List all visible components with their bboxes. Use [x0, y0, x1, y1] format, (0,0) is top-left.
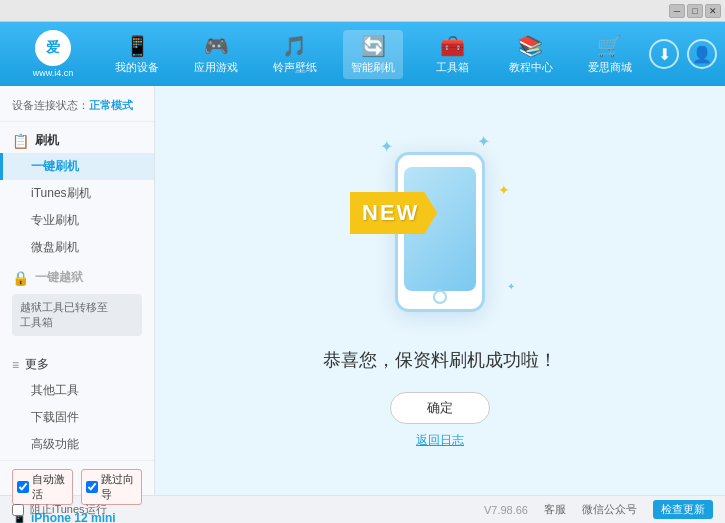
jailbreak-label: 一键越狱 [35, 269, 83, 286]
nav-smart-flash[interactable]: 🔄 智能刷机 [343, 30, 403, 79]
nav-ringtones[interactable]: 🎵 铃声壁纸 [265, 30, 325, 79]
jailbreak-notice-text: 越狱工具已转移至 工具箱 [20, 301, 108, 328]
version-number: V7.98.66 [484, 504, 528, 516]
nav-store[interactable]: 🛒 爱思商城 [580, 30, 640, 79]
store-label: 爱思商城 [588, 60, 632, 75]
nav-bar: 📱 我的设备 🎮 应用游戏 🎵 铃声壁纸 🔄 智能刷机 🧰 工具箱 📚 教程中心… [98, 30, 649, 79]
new-badge: NEW [350, 192, 437, 234]
flash-section: 📋 刷机 一键刷机 iTunes刷机 专业刷机 微盘刷机 [0, 126, 154, 263]
itunes-checkbox[interactable] [12, 504, 24, 516]
my-device-label: 我的设备 [115, 60, 159, 75]
apps-games-icon: 🎮 [204, 34, 229, 58]
title-bar: ─ □ ✕ [0, 0, 725, 22]
new-stars: ✦ [498, 182, 510, 198]
checkbox-row: 自动激活 跳过向导 [12, 469, 142, 505]
nav-my-device[interactable]: 📱 我的设备 [107, 30, 167, 79]
flash-section-header: 📋 刷机 [0, 128, 154, 153]
user-button[interactable]: 👤 [687, 39, 717, 69]
sidebar-item-itunes-flash[interactable]: iTunes刷机 [0, 180, 154, 207]
connection-status: 设备连接状态：正常模式 [0, 94, 154, 122]
ringtones-label: 铃声壁纸 [273, 60, 317, 75]
jailbreak-notice: 越狱工具已转移至 工具箱 [12, 294, 142, 336]
itunes-label: 阻止iTunes运行 [30, 502, 107, 517]
content-area: ✦ ✦ ✦ NEW ✦ 恭喜您，保资料刷机成功啦！ 确定 返回日志 [155, 86, 725, 495]
flash-section-icon: 📋 [12, 133, 29, 149]
auto-send-input[interactable] [17, 481, 29, 493]
nav-toolbox[interactable]: 🧰 工具箱 [422, 30, 482, 79]
confirm-button[interactable]: 确定 [390, 392, 490, 424]
footer-right: V7.98.66 客服 微信公众号 检查更新 [484, 500, 713, 519]
status-value: 正常模式 [89, 99, 133, 111]
toolbox-icon: 🧰 [440, 34, 465, 58]
sidebar-item-pro-flash[interactable]: 专业刷机 [0, 207, 154, 234]
tutorial-icon: 📚 [518, 34, 543, 58]
phone-illustration: ✦ ✦ ✦ NEW ✦ [360, 132, 520, 332]
logo[interactable]: 爱 www.i4.cn [8, 30, 98, 78]
jailbreak-header: 🔒 一键越狱 [0, 265, 154, 290]
success-message: 恭喜您，保资料刷机成功啦！ [323, 348, 557, 372]
store-icon: 🛒 [597, 34, 622, 58]
logo-icon: 爱 [35, 30, 71, 66]
nav-tutorial[interactable]: 📚 教程中心 [501, 30, 561, 79]
wechat-link[interactable]: 微信公众号 [582, 502, 637, 517]
sidebar-item-advanced[interactable]: 高级功能 [0, 431, 154, 458]
more-section-label: 更多 [25, 356, 49, 373]
download-button[interactable]: ⬇ [649, 39, 679, 69]
skip-wizard-label: 跳过向导 [101, 472, 137, 502]
support-link[interactable]: 客服 [544, 502, 566, 517]
sidebar: 设备连接状态：正常模式 📋 刷机 一键刷机 iTunes刷机 专业刷机 微盘刷机… [0, 86, 155, 495]
sidebar-item-one-click-flash[interactable]: 一键刷机 [0, 153, 154, 180]
jailbreak-section: 🔒 一键越狱 越狱工具已转移至 工具箱 [0, 263, 154, 342]
auto-send-label: 自动激活 [32, 472, 68, 502]
tutorial-label: 教程中心 [509, 60, 553, 75]
toolbox-label: 工具箱 [436, 60, 469, 75]
lock-icon: 🔒 [12, 270, 29, 286]
more-section-header: ≡ 更多 [0, 352, 154, 377]
sparkle-2: ✦ [477, 132, 490, 151]
auto-send-checkbox[interactable]: 自动激活 [12, 469, 73, 505]
sparkle-1: ✦ [380, 137, 393, 156]
header-right-buttons: ⬇ 👤 [649, 39, 717, 69]
phone-home-button [433, 290, 447, 304]
skip-wizard-input[interactable] [86, 481, 98, 493]
update-button[interactable]: 检查更新 [653, 500, 713, 519]
more-section: ≡ 更多 其他工具 下载固件 高级功能 [0, 350, 154, 460]
main-layout: 设备连接状态：正常模式 📋 刷机 一键刷机 iTunes刷机 专业刷机 微盘刷机… [0, 86, 725, 495]
back-link[interactable]: 返回日志 [416, 432, 464, 449]
maximize-button[interactable]: □ [687, 4, 703, 18]
new-badge-text: NEW [362, 200, 419, 225]
smart-flash-icon: 🔄 [361, 34, 386, 58]
status-label: 设备连接状态： [12, 99, 89, 111]
header: 爱 www.i4.cn 📱 我的设备 🎮 应用游戏 🎵 铃声壁纸 🔄 智能刷机 … [0, 22, 725, 86]
smart-flash-label: 智能刷机 [351, 60, 395, 75]
footer-left: 阻止iTunes运行 [12, 502, 484, 517]
minimize-button[interactable]: ─ [669, 4, 685, 18]
logo-url: www.i4.cn [33, 68, 74, 78]
flash-section-label: 刷机 [35, 132, 59, 149]
sparkle-3: ✦ [507, 281, 515, 292]
apps-games-label: 应用游戏 [194, 60, 238, 75]
ringtones-icon: 🎵 [282, 34, 307, 58]
sidebar-item-micro-flash[interactable]: 微盘刷机 [0, 234, 154, 261]
close-button[interactable]: ✕ [705, 4, 721, 18]
more-section-icon: ≡ [12, 358, 19, 372]
sidebar-item-other-tools[interactable]: 其他工具 [0, 377, 154, 404]
sidebar-item-download-firmware[interactable]: 下载固件 [0, 404, 154, 431]
my-device-icon: 📱 [125, 34, 150, 58]
skip-wizard-checkbox[interactable]: 跳过向导 [81, 469, 142, 505]
nav-apps-games[interactable]: 🎮 应用游戏 [186, 30, 246, 79]
